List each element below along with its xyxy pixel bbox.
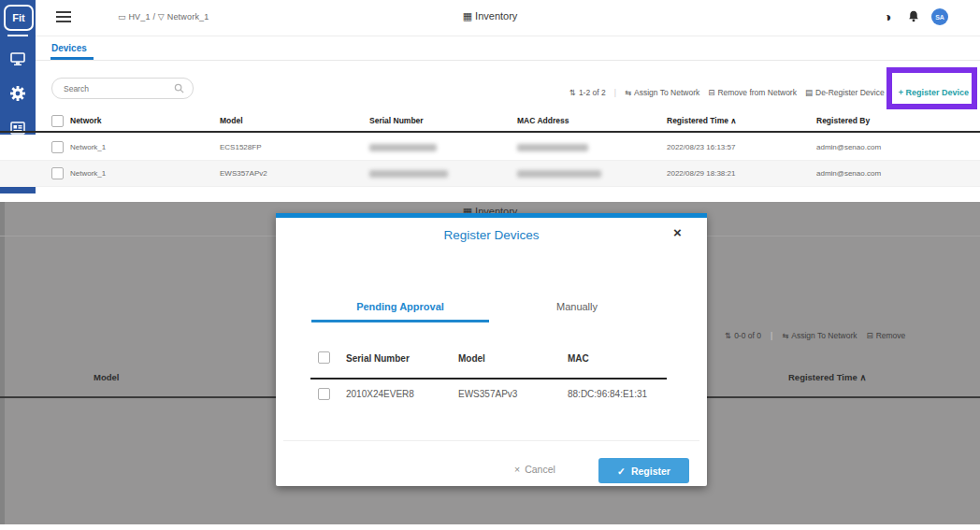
toolbar-separator: | bbox=[614, 88, 616, 97]
tab-manually[interactable]: Manually bbox=[521, 301, 633, 312]
cell-registered-by: admin@senao.com bbox=[816, 169, 980, 178]
notifications-bell-icon[interactable] bbox=[906, 9, 921, 24]
cell-registered-time: 2022/08/29 18:38:21 bbox=[667, 169, 816, 178]
tab-devices[interactable]: Devices bbox=[51, 43, 87, 53]
assign-icon: ⇆ bbox=[625, 88, 631, 97]
deregister-device-button[interactable]: ▤ De-Register Device bbox=[805, 88, 885, 97]
register-device-highlight-annotation bbox=[886, 67, 977, 109]
gear-icon[interactable] bbox=[8, 84, 27, 103]
screenshot-root: Fit ▭ HV_ bbox=[0, 0, 980, 530]
cell-registered-by: admin@senao.com bbox=[816, 143, 980, 151]
logo-underline bbox=[7, 35, 28, 36]
cancel-x-icon: × bbox=[514, 464, 520, 475]
check-icon: ✓ bbox=[617, 466, 626, 477]
cancel-button[interactable]: × Cancel bbox=[514, 464, 555, 475]
page-title: ▦ Inventory bbox=[0, 10, 980, 22]
table-row[interactable]: Network_1 ECS1528FP 2022/08/23 16:13:57 … bbox=[0, 135, 980, 161]
modal-row-checkbox[interactable] bbox=[318, 388, 330, 400]
modal-col-serial: Serial Number bbox=[346, 353, 410, 364]
modal-select-all-checkbox[interactable] bbox=[318, 351, 330, 364]
row-count: ⇅ 1-2 of 2 bbox=[569, 88, 606, 97]
dimmed-toolbar: ⇅0-0 of 0 | ⇆Assign To Network ⊟Remove bbox=[725, 331, 905, 340]
modal-footer-divider bbox=[283, 440, 699, 441]
modal-table-header-border bbox=[310, 378, 667, 380]
redacted-serial bbox=[369, 144, 437, 151]
sort-caret-icon: ∧ bbox=[730, 116, 736, 125]
select-all-checkbox[interactable] bbox=[51, 115, 64, 127]
avatar[interactable]: SA bbox=[931, 8, 948, 25]
register-devices-modal: Register Devices × Pending Approval Manu… bbox=[276, 213, 707, 486]
row-checkbox[interactable] bbox=[51, 167, 64, 179]
dimmed-col-registered-time: Registered Time ∧ bbox=[788, 372, 866, 382]
cell-model: ECS1528FP bbox=[220, 143, 369, 151]
dimmed-background-screenshot: ▦ Inventory ⇅0-0 of 0 | ⇆Assign To Netwo… bbox=[0, 202, 980, 524]
search-input[interactable] bbox=[62, 80, 176, 98]
dimmed-col-model: Model bbox=[94, 372, 119, 382]
search-box[interactable] bbox=[51, 78, 194, 99]
remove-icon: ⊟ bbox=[708, 88, 714, 97]
assign-to-network-button[interactable]: ⇆ Assign To Network bbox=[625, 88, 699, 97]
row-checkbox[interactable] bbox=[51, 141, 64, 153]
col-registered-by[interactable]: Registered By bbox=[816, 116, 980, 125]
col-serial[interactable]: Serial Number bbox=[369, 116, 517, 125]
dimmed-row-count: 0-0 of 0 bbox=[734, 331, 761, 340]
redacted-mac bbox=[517, 170, 601, 178]
remove-from-network-button[interactable]: ⊟ Remove from Network bbox=[708, 88, 797, 97]
cell-network: Network_1 bbox=[70, 143, 220, 151]
modal-tab-active-underline bbox=[311, 320, 489, 322]
modal-cell-serial: 2010X24EVER8 bbox=[346, 389, 414, 399]
tab-divider bbox=[36, 60, 980, 61]
contrast-toggle-icon[interactable]: ◑ bbox=[884, 9, 891, 24]
dimmed-left-edge bbox=[0, 202, 5, 524]
modal-cell-mac: 88:DC:96:84:E1:31 bbox=[568, 389, 647, 399]
monitor-icon[interactable] bbox=[8, 50, 27, 68]
sort-icon: ⇅ bbox=[569, 88, 576, 97]
dimmed-remove-button: Remove bbox=[876, 331, 906, 340]
modal-col-mac: MAC bbox=[568, 353, 589, 364]
register-button[interactable]: ✓ Register bbox=[598, 458, 689, 483]
col-mac[interactable]: MAC Address bbox=[517, 116, 667, 125]
devices-table-header: Network Model Serial Number MAC Address … bbox=[0, 110, 980, 133]
col-model[interactable]: Model bbox=[220, 116, 369, 125]
tab-pending-approval[interactable]: Pending Approval bbox=[311, 301, 489, 312]
col-registered-time[interactable]: Registered Time ∧ bbox=[667, 116, 816, 125]
cell-registered-time: 2022/08/23 16:13:57 bbox=[667, 143, 816, 151]
col-network[interactable]: Network bbox=[70, 116, 220, 125]
modal-cell-model: EWS357APv3 bbox=[458, 389, 517, 399]
cell-model: EWS357APv2 bbox=[220, 169, 369, 178]
dimmed-assign-button: Assign To Network bbox=[791, 331, 857, 340]
modal-title: Register Devices bbox=[276, 228, 707, 242]
close-icon[interactable]: × bbox=[673, 225, 682, 239]
cell-network: Network_1 bbox=[70, 169, 220, 178]
modal-col-model: Model bbox=[458, 353, 485, 364]
inventory-icon: ▦ bbox=[463, 10, 472, 21]
redacted-mac bbox=[517, 144, 588, 151]
deregister-icon: ▤ bbox=[805, 88, 813, 97]
modal-accent-bar bbox=[276, 213, 707, 218]
redacted-serial bbox=[369, 170, 448, 178]
table-row[interactable]: Network_1 EWS357APv2 2022/08/29 18:38:21… bbox=[0, 161, 980, 187]
search-icon[interactable] bbox=[174, 83, 184, 93]
